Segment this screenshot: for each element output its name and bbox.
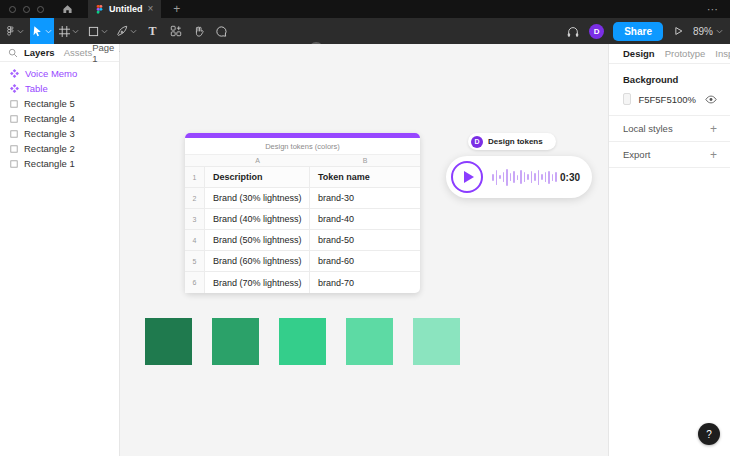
move-tool-button[interactable] (30, 18, 54, 44)
table-row[interactable]: 6Brand (70% lightness)brand-70 (185, 272, 420, 293)
minimize-window-icon[interactable] (23, 6, 30, 13)
background-opacity-value[interactable]: 100% (672, 94, 696, 105)
color-swatch-rectangle-1[interactable] (145, 318, 192, 365)
cell-description: Description (205, 167, 310, 187)
canvas[interactable]: Design tokens (colors) A B 1DescriptionT… (120, 44, 608, 456)
audio-headphones-icon[interactable] (566, 25, 580, 38)
layer-item-voice-memo[interactable]: Voice Memo (0, 66, 119, 81)
table-row[interactable]: 2Brand (30% lightness)brand-30 (185, 188, 420, 209)
comments-button[interactable] (210, 18, 233, 44)
new-tab-button[interactable]: + (173, 2, 180, 16)
help-button[interactable]: ? (698, 423, 720, 445)
voice-memo-label: Design tokens (488, 137, 543, 146)
table-row[interactable]: 4Brand (50% lightness)brand-50 (185, 230, 420, 251)
help-icon: ? (706, 429, 712, 440)
color-swatch-rectangle-2[interactable] (212, 318, 259, 365)
cell-token-name: Token name (310, 167, 420, 187)
table-widget-title: Design tokens (colors) (185, 138, 420, 155)
layer-name: Rectangle 1 (24, 158, 75, 169)
table-row[interactable]: 3Brand (40% lightness)brand-40 (185, 209, 420, 230)
layer-item-table[interactable]: Table (0, 81, 119, 96)
hand-tool-button[interactable] (187, 18, 210, 44)
waveform-bar (541, 174, 543, 180)
background-color-row: F5F5F5 100% (609, 85, 730, 116)
frame-tool-button[interactable] (54, 18, 83, 44)
design-panel-tabs: DesignPrototypeInspect (609, 44, 730, 64)
waveform-bar (555, 172, 557, 182)
present-icon[interactable] (672, 25, 684, 37)
layer-name: Rectangle 5 (24, 98, 75, 109)
tab-assets[interactable]: Assets (64, 47, 93, 58)
cell-token-name: brand-70 (310, 272, 420, 293)
voice-memo-widget[interactable]: 0:30 (446, 156, 592, 198)
close-window-icon[interactable] (9, 6, 16, 13)
column-header-b: B (310, 155, 420, 166)
pen-tool-button[interactable] (112, 18, 141, 44)
share-button[interactable]: Share (613, 22, 663, 41)
shape-tool-button[interactable] (83, 18, 112, 44)
voice-memo-label-pill[interactable]: D Design tokens (468, 133, 556, 150)
chevron-down-icon (45, 29, 52, 34)
table-widget-body: 1DescriptionToken name2Brand (30% lightn… (185, 167, 420, 293)
row-number: 2 (185, 188, 205, 208)
waveform-bar (534, 173, 536, 181)
eye-icon (705, 95, 717, 104)
background-hex-value[interactable]: F5F5F5 (638, 94, 671, 105)
tab-layers[interactable]: Layers (24, 47, 55, 58)
cell-description: Brand (60% lightness) (205, 251, 310, 271)
resources-button[interactable] (164, 18, 187, 44)
user-avatar[interactable]: D (589, 24, 604, 39)
window-more-menu[interactable]: ⋯ (707, 3, 730, 16)
zoom-level-dropdown[interactable]: 89% (693, 26, 723, 37)
widget-icon (10, 84, 19, 93)
layer-item-rectangle-1[interactable]: Rectangle 1 (0, 156, 119, 171)
layer-item-rectangle-2[interactable]: Rectangle 2 (0, 141, 119, 156)
layer-name: Rectangle 2 (24, 143, 75, 154)
background-color-swatch[interactable] (623, 93, 631, 105)
add-icon[interactable]: + (710, 122, 717, 136)
layer-item-rectangle-3[interactable]: Rectangle 3 (0, 126, 119, 141)
play-button[interactable] (451, 161, 483, 193)
column-header-a: A (205, 155, 310, 166)
tab-prototype[interactable]: Prototype (665, 48, 706, 59)
add-icon[interactable]: + (710, 148, 717, 162)
table-widget[interactable]: Design tokens (colors) A B 1DescriptionT… (185, 133, 420, 293)
tab-inspect[interactable]: Inspect (715, 48, 730, 59)
page-selector-label: Page 1 (92, 42, 116, 64)
chevron-down-icon (716, 29, 723, 34)
table-row[interactable]: 1DescriptionToken name (185, 167, 420, 188)
main-menu-button[interactable] (0, 18, 30, 44)
table-row[interactable]: 5Brand (60% lightness)brand-60 (185, 251, 420, 272)
file-tab[interactable]: Untitled × (88, 0, 161, 18)
cell-token-name: brand-50 (310, 230, 420, 250)
cell-token-name: brand-30 (310, 188, 420, 208)
layer-item-rectangle-5[interactable]: Rectangle 5 (0, 96, 119, 111)
row-number: 1 (185, 167, 205, 187)
color-swatch-rectangle-5[interactable] (413, 318, 460, 365)
rectangle-icon (10, 130, 18, 138)
tab-close-icon[interactable]: × (148, 4, 154, 14)
home-button[interactable] (54, 0, 80, 18)
voice-memo-avatar: D (471, 136, 483, 148)
text-tool-button[interactable]: T (141, 18, 164, 44)
cell-description: Brand (70% lightness) (205, 272, 310, 293)
window-controls[interactable] (0, 6, 54, 13)
move-cursor-icon (32, 25, 43, 37)
search-button[interactable] (8, 48, 18, 58)
cell-token-name: brand-40 (310, 209, 420, 229)
maximize-window-icon[interactable] (37, 6, 44, 13)
duration-label: 0:30 (560, 172, 580, 183)
section-label: Export (623, 149, 650, 160)
color-swatch-rectangle-3[interactable] (279, 318, 326, 365)
tab-design[interactable]: Design (623, 48, 655, 59)
section-label: Local styles (623, 123, 673, 134)
design-panel: DesignPrototypeInspect Background F5F5F5… (608, 44, 730, 456)
visibility-toggle[interactable] (705, 95, 717, 104)
color-swatch-rectangle-4[interactable] (346, 318, 393, 365)
chevron-down-icon (101, 29, 108, 34)
layer-name: Rectangle 4 (24, 113, 75, 124)
figma-menu-icon (6, 25, 15, 37)
row-number: 6 (185, 272, 205, 293)
waveform-bar (552, 174, 554, 181)
layer-item-rectangle-4[interactable]: Rectangle 4 (0, 111, 119, 126)
